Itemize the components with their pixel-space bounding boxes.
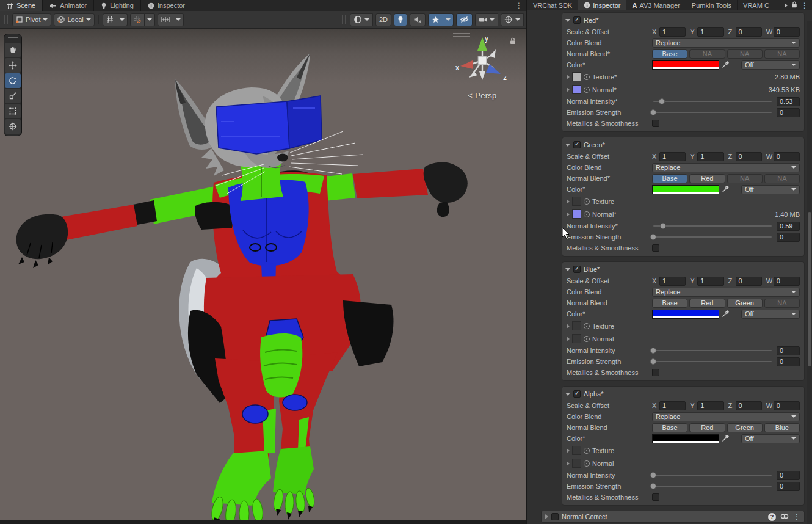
emission-strength-slider[interactable] [652, 233, 773, 241]
normal-blend-option[interactable]: Base [652, 174, 687, 183]
normal-blend-option[interactable]: Green [727, 299, 763, 308]
normal-blend-option[interactable]: Base [652, 423, 687, 432]
foldout-icon[interactable] [567, 75, 570, 79]
shading-mode-button[interactable] [350, 13, 373, 26]
emission-strength-field[interactable]: 0 [777, 233, 800, 242]
emission-strength-field[interactable]: 0 [777, 357, 800, 366]
normal-blend-option[interactable]: NA [689, 49, 725, 59]
scale-tool[interactable] [5, 89, 21, 103]
normal-intensity-slider[interactable] [652, 471, 773, 479]
tab-animator[interactable]: Animator [43, 0, 94, 11]
color-swatch[interactable] [652, 310, 719, 319]
audio-toggle-muted[interactable] [410, 13, 426, 26]
foldout-icon[interactable] [567, 212, 570, 217]
color-swatch[interactable] [652, 434, 719, 443]
tab-vram-calc[interactable]: VRAM C [738, 0, 775, 10]
foldout-icon[interactable] [567, 199, 570, 204]
tab-inspector-left[interactable]: Inspector [141, 0, 192, 11]
color-mode-dropdown[interactable]: Off [741, 60, 800, 70]
toolbar-grip[interactable] [342, 15, 346, 24]
emission-strength-field[interactable]: 0 [777, 108, 800, 117]
z-field[interactable]: 0 [736, 401, 762, 410]
metallics-checkbox[interactable] [652, 493, 659, 501]
orientation-gizmo[interactable]: y x z < Persp [449, 32, 515, 100]
grid-visibility-button[interactable] [103, 13, 117, 26]
help-icon[interactable]: ? [768, 513, 776, 521]
effects-toggle[interactable] [428, 13, 443, 26]
x-field[interactable]: 1 [659, 277, 686, 286]
color-blend-dropdown[interactable]: Replace [652, 288, 800, 297]
object-picker-icon[interactable] [584, 336, 590, 342]
color-blend-dropdown[interactable]: Replace [652, 38, 800, 48]
local-dropdown[interactable]: Local [54, 13, 94, 26]
foldout-icon[interactable] [567, 461, 570, 466]
scene-tab-menu-icon[interactable]: ⋮ [512, 0, 526, 11]
grid-dropdown[interactable] [117, 13, 128, 26]
normal-correct-checkbox[interactable] [551, 513, 559, 520]
x-field[interactable]: 1 [659, 401, 686, 410]
effects-dropdown[interactable] [443, 13, 454, 26]
foldout-icon[interactable] [565, 393, 570, 396]
channel-enabled-checkbox[interactable] [573, 390, 581, 398]
z-field[interactable]: 0 [736, 27, 762, 37]
foldout-icon[interactable] [567, 448, 570, 453]
normal-intensity-field[interactable]: 0.53 [777, 97, 800, 106]
color-mode-dropdown[interactable]: Off [741, 185, 800, 194]
texture-thumbnail[interactable] [572, 72, 581, 81]
object-picker-icon[interactable] [584, 87, 590, 93]
normal-map-thumbnail[interactable] [572, 85, 581, 94]
normal-blend-option[interactable]: Red [689, 174, 725, 183]
camera-button[interactable] [475, 13, 498, 26]
normal-map-thumbnail[interactable] [572, 334, 581, 343]
x-field[interactable]: 1 [659, 27, 686, 37]
section-header[interactable]: Blue* [565, 263, 800, 275]
normal-map-thumbnail[interactable] [572, 209, 581, 219]
component-tools-button[interactable] [501, 13, 524, 26]
tab-pumkin-tools[interactable]: Pumkin Tools [686, 0, 738, 10]
increment-dropdown[interactable] [173, 13, 184, 26]
inspector-menu-icon[interactable]: ⋮ [801, 1, 808, 10]
view-hand-tool[interactable] [5, 43, 21, 57]
section-menu-icon[interactable]: ⋮ [793, 512, 800, 521]
2d-toggle-button[interactable]: 2D [375, 13, 391, 26]
overlay-drag-handle[interactable] [8, 37, 18, 40]
snap-grid-button[interactable] [130, 13, 145, 26]
emission-strength-field[interactable]: 0 [777, 482, 800, 491]
inspector-scrollbar[interactable] [807, 21, 812, 524]
color-blend-dropdown[interactable]: Replace [652, 412, 800, 421]
normal-intensity-slider[interactable] [652, 97, 773, 106]
move-tool[interactable] [5, 58, 21, 73]
slider-knob[interactable] [650, 358, 656, 365]
object-picker-icon[interactable] [584, 460, 590, 467]
scene-viewport[interactable]: y x z < Persp [0, 29, 526, 524]
z-field[interactable]: 0 [736, 277, 762, 286]
object-picker-icon[interactable] [584, 74, 590, 80]
w-field[interactable]: 0 [774, 277, 800, 286]
link-icon[interactable] [780, 513, 789, 520]
normal-intensity-field[interactable]: 0.59 [777, 222, 800, 231]
normal-blend-option[interactable]: Base [652, 299, 687, 308]
eyedropper-icon[interactable] [719, 434, 731, 443]
foldout-icon[interactable] [567, 87, 570, 92]
pivot-dropdown[interactable]: Pivot [12, 13, 51, 26]
w-field[interactable]: 0 [774, 27, 800, 37]
normal-blend-option[interactable]: NA [727, 49, 763, 59]
section-header[interactable]: Red* [565, 14, 800, 26]
slider-knob[interactable] [659, 98, 665, 104]
channel-enabled-checkbox[interactable] [573, 141, 581, 148]
metallics-checkbox[interactable] [652, 120, 659, 127]
object-picker-icon[interactable] [584, 448, 590, 454]
slider-knob[interactable] [650, 109, 656, 115]
metallics-checkbox[interactable] [652, 244, 659, 252]
tab-inspector[interactable]: Inspector [578, 0, 626, 10]
normal-correct-header[interactable]: Normal Correct ? ⋮ [541, 511, 805, 523]
normal-blend-option[interactable]: Red [689, 299, 725, 308]
eyedropper-icon[interactable] [719, 310, 731, 319]
emission-strength-slider[interactable] [652, 108, 773, 117]
tab-vrchat-sdk[interactable]: VRChat SDK [527, 0, 578, 10]
tab-lighting[interactable]: Lighting [94, 0, 141, 11]
eyedropper-icon[interactable] [719, 60, 731, 70]
rotate-tool[interactable] [5, 73, 21, 88]
color-swatch[interactable] [652, 60, 719, 70]
scene-lighting-toggle[interactable] [394, 13, 407, 26]
